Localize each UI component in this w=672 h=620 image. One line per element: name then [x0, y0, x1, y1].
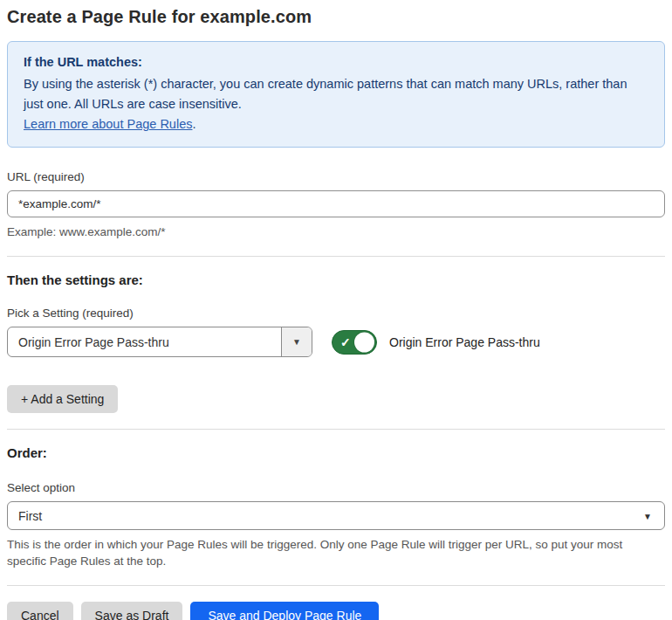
order-select[interactable]: First ▼: [7, 501, 665, 530]
check-icon: ✓: [340, 335, 351, 348]
save-as-draft-button[interactable]: Save as Draft: [81, 602, 183, 620]
divider: [7, 585, 665, 586]
url-field-label: URL (required): [7, 170, 665, 183]
pick-setting-label: Pick a Setting (required): [7, 307, 665, 320]
setting-row: Origin Error Page Pass-thru ▼ ✓ Origin E…: [7, 327, 665, 357]
info-box-link-line: Learn more about Page Rules.: [24, 114, 648, 134]
setting-toggle-label: Origin Error Page Pass-thru: [389, 335, 540, 349]
setting-dropdown-value: Origin Error Page Pass-thru: [8, 327, 281, 356]
dropdown-arrow-button[interactable]: ▼: [281, 327, 312, 356]
cancel-button[interactable]: Cancel: [7, 602, 73, 620]
learn-more-link[interactable]: Learn more about Page Rules: [24, 117, 192, 131]
setting-dropdown[interactable]: Origin Error Page Pass-thru ▼: [7, 327, 312, 357]
save-and-deploy-button[interactable]: Save and Deploy Page Rule: [190, 602, 379, 620]
setting-toggle-on[interactable]: ✓: [332, 330, 377, 355]
settings-section-heading: Then the settings are:: [7, 272, 665, 287]
info-box-body: By using the asterisk (*) character, you…: [24, 74, 648, 114]
footer-actions: Cancel Save as Draft Save and Deploy Pag…: [7, 602, 665, 620]
select-option-label: Select option: [7, 481, 665, 494]
order-helper-text: This is the order in which your Page Rul…: [7, 536, 665, 569]
order-section-heading: Order:: [7, 445, 665, 460]
page-title: Create a Page Rule for example.com: [7, 7, 665, 27]
info-box-heading: If the URL matches:: [24, 52, 648, 72]
setting-toggle-group: ✓ Origin Error Page Pass-thru: [332, 330, 540, 355]
caret-down-icon: ▼: [292, 337, 301, 347]
url-input[interactable]: [7, 190, 665, 217]
add-setting-button[interactable]: + Add a Setting: [7, 385, 118, 413]
divider: [7, 429, 665, 430]
link-suffix: .: [192, 117, 195, 131]
url-example-helper: Example: www.example.com/*: [7, 224, 665, 240]
divider: [7, 256, 665, 257]
toggle-knob: [354, 332, 374, 352]
url-match-info-box: If the URL matches: By using the asteris…: [7, 41, 665, 148]
caret-down-icon: ▼: [643, 511, 652, 520]
order-select-value: First: [18, 509, 42, 523]
